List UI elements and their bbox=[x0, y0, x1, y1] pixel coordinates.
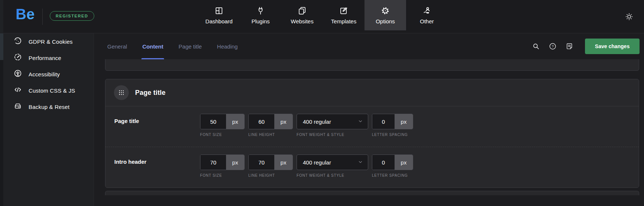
unit-suffix: px bbox=[226, 114, 244, 129]
sidebar-item-gdpr-cookies[interactable]: GDPR & Cookies bbox=[3, 33, 94, 50]
field-caption: LETTER SPACING bbox=[372, 133, 413, 137]
help-icon[interactable]: ? bbox=[549, 42, 557, 50]
nav-item-other[interactable]: Other bbox=[406, 0, 448, 30]
options-scroll-area[interactable]: Page title Page title px FONT SIZE bbox=[105, 59, 639, 206]
unit-suffix: px bbox=[274, 114, 292, 129]
sidebar-item-label: Backup & Reset bbox=[29, 104, 69, 110]
row-label: Intro header bbox=[114, 154, 200, 177]
nav-label: Other bbox=[420, 18, 434, 24]
field-caption: LINE HEIGHT bbox=[248, 173, 293, 177]
nav-item-options[interactable]: Options bbox=[365, 0, 406, 30]
tab-general[interactable]: General bbox=[107, 33, 128, 59]
hand-person-icon bbox=[422, 6, 432, 16]
letter-spacing-input[interactable] bbox=[372, 114, 395, 129]
font-weight-select[interactable]: 400 regular bbox=[297, 114, 368, 129]
font-size-input[interactable] bbox=[200, 114, 226, 129]
save-changes-button[interactable]: Save changes bbox=[585, 39, 640, 54]
search-icon[interactable] bbox=[532, 42, 540, 50]
field-font-size: px FONT SIZE bbox=[200, 114, 245, 137]
accessibility-icon bbox=[13, 69, 22, 79]
nav-item-templates[interactable]: Templates bbox=[323, 0, 365, 30]
svg-text:?: ? bbox=[552, 44, 553, 48]
nav-label: Websites bbox=[291, 18, 313, 24]
field-letter-spacing: px LETTER SPACING bbox=[372, 154, 413, 177]
sidebar-item-label: Performance bbox=[29, 55, 61, 61]
sidebar-item-label: Custom CSS & JS bbox=[29, 87, 75, 94]
select-value: 400 regular bbox=[303, 159, 331, 166]
nav-label: Templates bbox=[331, 18, 356, 24]
sidebar-item-custom-css-js[interactable]: Custom CSS & JS bbox=[3, 82, 94, 99]
registered-badge: REGISTERED bbox=[50, 11, 94, 21]
logo-divider bbox=[42, 9, 43, 25]
notes-icon[interactable] bbox=[565, 42, 573, 50]
field-caption: FONT SIZE bbox=[200, 173, 245, 177]
edit-square-icon bbox=[339, 6, 349, 16]
font-weight-select[interactable]: 400 regular bbox=[297, 154, 368, 170]
section-title: Page title bbox=[135, 89, 166, 97]
option-row-intro-header: Intro header px FONT SIZE bbox=[105, 147, 639, 187]
drag-handle-icon[interactable] bbox=[114, 85, 129, 100]
sidebar-item-backup-reset[interactable]: Backup & Reset bbox=[3, 99, 94, 115]
sidebar-item-label: Accessibility bbox=[29, 71, 60, 77]
field-caption: LETTER SPACING bbox=[372, 173, 413, 177]
admin-edge-strip-highlight bbox=[0, 33, 3, 60]
cookie-icon bbox=[13, 36, 22, 47]
tabbar: General Content Page title Heading ? bbox=[94, 33, 644, 59]
sidebar-item-label: GDPR & Cookies bbox=[29, 39, 73, 45]
field-font-weight: 400 regular FONT WEIGHT & STYLE bbox=[297, 114, 368, 137]
page-title-section-card: Page title Page title px FONT SIZE bbox=[105, 79, 639, 188]
top-navigation: Dashboard Plugins Websites bbox=[198, 0, 448, 30]
main-panel: General Content Page title Heading ? bbox=[94, 33, 644, 206]
field-line-height: px LINE HEIGHT bbox=[248, 114, 293, 137]
line-height-input-group: px bbox=[248, 114, 293, 129]
dashboard-icon bbox=[214, 6, 224, 16]
drive-icon bbox=[13, 102, 22, 112]
select-value: 400 regular bbox=[303, 119, 331, 125]
gear-icon bbox=[380, 6, 390, 16]
nav-item-plugins[interactable]: Plugins bbox=[240, 0, 281, 30]
unit-suffix: px bbox=[395, 155, 413, 170]
stacked-pages-icon bbox=[297, 6, 307, 16]
row-fields: px FONT SIZE px LINE HEIGHT bbox=[200, 114, 413, 137]
tab-content[interactable]: Content bbox=[141, 33, 164, 59]
sidebar-item-accessibility[interactable]: Accessibility bbox=[3, 66, 94, 82]
tab-page-title[interactable]: Page title bbox=[178, 33, 203, 59]
option-row-page-title: Page title px FONT SIZE p bbox=[105, 106, 639, 147]
admin-edge-strip bbox=[0, 0, 3, 206]
admin-edge-strip-top bbox=[0, 0, 3, 33]
font-size-input-group: px bbox=[200, 154, 245, 170]
row-label: Page title bbox=[114, 114, 200, 137]
field-caption: LINE HEIGHT bbox=[248, 133, 293, 137]
speedometer-icon bbox=[13, 53, 22, 63]
chevron-down-icon bbox=[358, 159, 363, 166]
nav-label: Options bbox=[376, 18, 395, 24]
nav-label: Dashboard bbox=[205, 18, 232, 24]
tab-heading[interactable]: Heading bbox=[216, 33, 239, 59]
font-size-input-group: px bbox=[200, 114, 245, 129]
field-caption: FONT WEIGHT & STYLE bbox=[297, 133, 368, 137]
font-size-input[interactable] bbox=[200, 155, 226, 170]
code-icon bbox=[13, 85, 22, 96]
unit-suffix: px bbox=[274, 155, 292, 170]
sidebar: GDPR & Cookies Performance bbox=[3, 33, 94, 206]
topbar: Be REGISTERED Dashboard Plugi bbox=[0, 0, 644, 33]
chevron-down-icon bbox=[358, 119, 363, 125]
field-font-size: px FONT SIZE bbox=[200, 154, 245, 177]
sun-icon[interactable] bbox=[625, 12, 634, 21]
field-caption: FONT SIZE bbox=[200, 133, 245, 137]
previous-section-card-bottom bbox=[105, 59, 639, 71]
letter-spacing-input-group: px bbox=[372, 154, 413, 170]
tab-actions: ? bbox=[532, 33, 573, 59]
line-height-input[interactable] bbox=[249, 114, 274, 129]
row-fields: px FONT SIZE px LINE HEIGHT bbox=[200, 154, 413, 177]
betheme-logo[interactable]: Be bbox=[16, 7, 35, 21]
letter-spacing-input-group: px bbox=[372, 114, 413, 129]
nav-item-websites[interactable]: Websites bbox=[281, 0, 323, 30]
nav-item-dashboard[interactable]: Dashboard bbox=[198, 0, 240, 30]
field-font-weight: 400 regular FONT WEIGHT & STYLE bbox=[297, 154, 368, 177]
sidebar-item-performance[interactable]: Performance bbox=[3, 50, 94, 66]
field-caption: FONT WEIGHT & STYLE bbox=[297, 173, 368, 177]
next-section-card-top bbox=[105, 191, 639, 195]
line-height-input[interactable] bbox=[249, 155, 274, 170]
letter-spacing-input[interactable] bbox=[372, 155, 395, 170]
